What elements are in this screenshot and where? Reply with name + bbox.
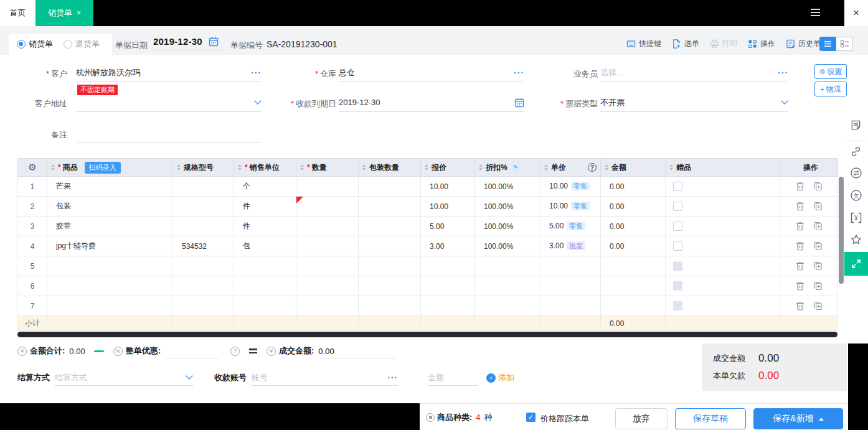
spec-cell[interactable] (173, 177, 234, 197)
more-icon[interactable] (514, 70, 524, 76)
copy-row-icon[interactable] (813, 202, 823, 211)
remark-field[interactable] (76, 124, 262, 143)
column-header-spec[interactable]: 规格型号 (173, 159, 234, 177)
column-header-ops[interactable]: 操作 (780, 159, 838, 177)
discount-cell[interactable]: 100.00% (475, 236, 540, 256)
qty-cell[interactable] (296, 296, 359, 316)
link-icon[interactable] (850, 146, 862, 157)
pkg-cell[interactable] (359, 236, 421, 256)
toolbar-select-order-button[interactable]: 选单 (672, 39, 699, 49)
quote-cell[interactable]: 10.00 (421, 177, 475, 197)
add-payment-button[interactable]: 添加 (486, 372, 514, 383)
product-cell[interactable] (47, 296, 173, 316)
price-cell[interactable]: 10.00零售 (540, 177, 601, 197)
discount-cell[interactable]: 100.00% (475, 197, 540, 217)
unit-cell[interactable] (234, 256, 296, 276)
unit-cell[interactable] (234, 276, 296, 296)
sort-icon[interactable] (669, 164, 673, 171)
amount-cell[interactable]: 0.00 (601, 197, 666, 217)
spec-cell[interactable] (173, 276, 234, 296)
transfer-icon[interactable] (850, 167, 862, 179)
spec-cell[interactable]: 534532 (173, 236, 234, 256)
trash-icon[interactable] (796, 202, 804, 211)
amount-cell[interactable] (601, 276, 666, 296)
trash-icon[interactable] (796, 222, 804, 231)
discount-cell[interactable] (475, 296, 540, 316)
spec-cell[interactable] (173, 217, 234, 236)
list-view-icon[interactable] (819, 37, 836, 51)
star-icon[interactable] (850, 233, 862, 246)
save-new-button[interactable]: 保存&新增 (753, 408, 843, 429)
pkg-cell[interactable] (359, 276, 421, 296)
trash-icon[interactable] (796, 281, 804, 291)
payment-amount-field[interactable]: 金额 (428, 370, 478, 386)
product-cell[interactable]: 芒果 (47, 177, 173, 197)
unit-cell[interactable]: 包 (234, 236, 296, 256)
product-cell[interactable]: 胶带 (47, 217, 173, 236)
tab-sales-order[interactable]: 销货单 × (35, 0, 93, 26)
column-header-quote[interactable]: 报价 (421, 159, 475, 177)
gift-checkbox[interactable] (673, 241, 682, 251)
deal-amount-value[interactable]: 0.00 (318, 344, 396, 358)
price-cell[interactable]: 3.00批发 (540, 236, 601, 256)
discount-cell[interactable] (475, 276, 540, 296)
quote-cell[interactable]: 10.00 (421, 197, 475, 217)
toolbar-keyboard-button[interactable]: 快捷键 (626, 39, 661, 49)
expand-icon[interactable] (844, 252, 868, 276)
quote-cell[interactable]: 3.00 (421, 236, 475, 256)
address-field[interactable] (76, 93, 262, 112)
payment-method-select[interactable]: 结算方式 (55, 370, 193, 386)
amount-cell[interactable]: 0.00 (601, 177, 666, 197)
price-cell[interactable]: 10.00零售 (540, 197, 601, 217)
pkg-cell[interactable] (359, 256, 421, 276)
logistics-button[interactable]: + 物流 (814, 82, 847, 96)
qty-cell[interactable] (296, 197, 359, 217)
pkg-cell[interactable] (359, 197, 421, 217)
more-icon[interactable] (387, 375, 398, 381)
warehouse-field[interactable]: 总仓 (339, 63, 524, 82)
radio-return-order[interactable]: 退货单 (64, 39, 100, 50)
product-cell[interactable]: jpg十辅导费 (47, 236, 173, 256)
cash-icon[interactable]: ¥ (850, 212, 862, 224)
discount-cell[interactable] (475, 256, 540, 276)
calendar-icon[interactable] (514, 98, 524, 108)
sort-icon[interactable] (300, 164, 304, 171)
copy-row-icon[interactable] (813, 182, 823, 191)
chevron-down-icon[interactable] (254, 100, 262, 105)
sort-icon[interactable] (605, 164, 608, 171)
qty-cell[interactable] (296, 256, 359, 276)
doc-date-field[interactable]: 2019-12-30 (153, 36, 223, 50)
chevron-down-icon[interactable] (781, 100, 788, 105)
trash-icon[interactable] (796, 301, 804, 311)
note-icon[interactable] (850, 119, 862, 131)
column-header-pkg-qty[interactable]: 包装数量 (359, 159, 421, 177)
quote-cell[interactable] (421, 296, 475, 316)
amount-cell[interactable]: 0.00 (601, 217, 666, 236)
sort-icon[interactable] (362, 164, 366, 171)
toolbar-grid-button[interactable]: 操作 (748, 39, 775, 49)
amount-cell[interactable]: 0.00 (601, 236, 666, 256)
product-cell[interactable] (47, 276, 173, 296)
sort-icon[interactable] (479, 164, 483, 171)
unit-cell[interactable]: 个 (234, 177, 296, 197)
help-icon[interactable]: ? (588, 163, 597, 172)
calendar-icon[interactable] (209, 37, 219, 47)
pkg-cell[interactable] (359, 217, 421, 236)
settings-button[interactable]: ⚙ 设置 (814, 64, 847, 79)
price-cell[interactable]: 5.00零售 (540, 217, 601, 236)
trash-icon[interactable] (796, 182, 804, 191)
save-draft-button[interactable]: 保存草稿 (675, 408, 746, 429)
payment-account-field[interactable]: 账号 (252, 370, 398, 386)
sort-icon[interactable] (177, 164, 181, 171)
gift-checkbox[interactable] (673, 222, 682, 231)
gift-checkbox[interactable] (673, 202, 682, 211)
customer-field[interactable]: 杭州解放路沃尔玛 (76, 63, 262, 82)
spec-cell[interactable] (173, 256, 234, 276)
menu-icon[interactable] (811, 9, 820, 16)
due-date-field[interactable]: 2019-12-30 (339, 93, 524, 112)
copy-row-icon[interactable] (813, 301, 823, 311)
qty-cell[interactable] (296, 236, 359, 256)
pkg-cell[interactable] (359, 296, 421, 316)
column-header-discount[interactable]: 折扣%✎ (475, 159, 540, 177)
tab-close-icon[interactable]: × (77, 9, 81, 17)
